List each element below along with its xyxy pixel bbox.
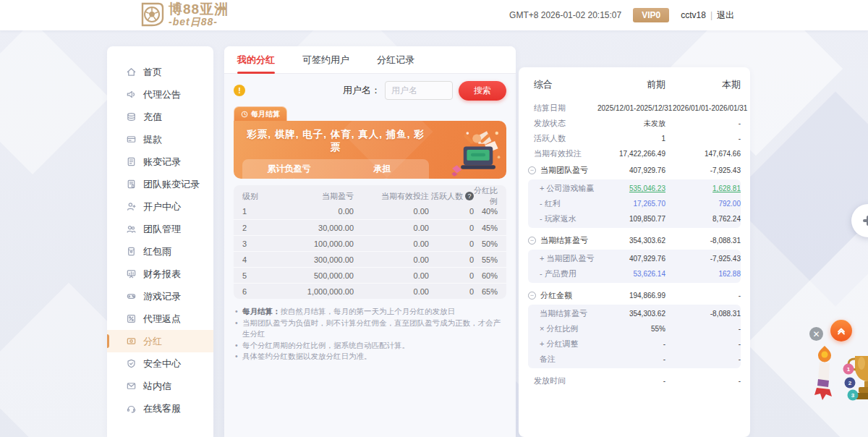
sidebar-item-withdraw[interactable]: 提款	[107, 128, 213, 150]
sidebar-item-game-records[interactable]: 游戏记录	[107, 285, 213, 307]
panel-row-label: + 当期团队盈亏	[528, 253, 597, 264]
live-support-icon	[126, 403, 137, 414]
sidebar-item-live-support[interactable]: 在线客服	[107, 397, 213, 420]
back-to-top-button[interactable]	[830, 320, 852, 341]
sidebar-item-home[interactable]: 首页	[107, 61, 213, 83]
panel-title: 综合	[528, 78, 597, 91]
panel-row-label: - 红利	[528, 198, 597, 209]
table-cell: 0.00	[273, 207, 354, 216]
collapse-icon[interactable]: −	[528, 166, 536, 174]
panel-subgroup: + 公司游戏输赢535,046.231,628.81- 红利17,265.707…	[528, 179, 741, 228]
panel-group: −当期结算盈亏354,303.62-8,088.31+ 当期团队盈亏407,92…	[528, 233, 741, 283]
table-body: 10.000.00040%230,000.000.00045%3100,000.…	[234, 203, 506, 299]
panel-cur-value[interactable]: 1,628.81	[665, 184, 741, 192]
logout-link[interactable]: 退出	[717, 9, 734, 22]
table-cell: 60%	[474, 271, 498, 280]
announcement-icon	[126, 89, 137, 100]
username[interactable]: cctv18	[681, 10, 706, 20]
sidebar-item-dividend[interactable]: 分红	[107, 330, 213, 352]
sidebar-item-inbox[interactable]: 站内信	[107, 375, 213, 397]
top-header: 博88亚洲 -bet日88- GMT+8 2026-01-02 20:15:07…	[0, 0, 868, 30]
tab-2[interactable]: 分红记录	[377, 46, 414, 74]
table-cell: 300,000.00	[273, 255, 354, 264]
panel-cur-value: -	[665, 135, 741, 143]
table-cell: 0	[429, 271, 474, 280]
search-button[interactable]: 搜索	[459, 81, 506, 101]
panel-prev-value: 1	[597, 135, 665, 143]
sidebar-item-finance-report[interactable]: 财务报表	[107, 263, 213, 285]
panel-group: −分红金额194,866.99-当期结算盈亏354,303.62-8,088.3…	[528, 288, 741, 368]
panel-group-header: −当期结算盈亏354,303.62-8,088.31	[528, 233, 741, 248]
tab-0[interactable]: 我的分红	[237, 46, 275, 74]
home-icon	[126, 67, 137, 77]
sidebar-item-label: 在线客服	[143, 402, 181, 415]
finance-report-icon	[126, 268, 137, 279]
dividend-icon	[126, 336, 137, 347]
sidebar-item-deposit[interactable]: 充值	[107, 106, 213, 128]
sidebar-item-red-packet[interactable]: 红包雨	[107, 240, 213, 263]
panel-cur-value: 8,762.24	[665, 215, 741, 223]
sidebar-item-label: 财务报表	[143, 268, 181, 281]
sidebar-item-agent-rebate[interactable]: 代理返点	[107, 307, 213, 330]
sidebar-item-label: 代理公告	[143, 88, 181, 101]
collapse-icon[interactable]: −	[528, 237, 536, 245]
banner-col2-sub: 产品费用	[336, 177, 429, 179]
monthly-settlement-banner: 每月结算 彩票, 棋牌, 电子, 体育, 真人, 捕鱼, 彩票 累计负盈亏 上期…	[234, 106, 506, 179]
celebration-illustration	[437, 124, 503, 177]
panel-row: 活跃人数1-	[528, 131, 741, 146]
table-cell: 0	[429, 287, 474, 296]
table-cell: 1	[242, 207, 273, 216]
panel-cur-value: -	[665, 325, 741, 333]
brand-logo[interactable]: 博88亚洲 -bet日88-	[140, 2, 229, 27]
panel-cur-value: 147,674.66	[665, 150, 741, 158]
panel-prev-value[interactable]: 535,046.23	[597, 184, 665, 192]
table-cell: 0.00	[354, 271, 429, 280]
sidebar-item-account-changes[interactable]: 账变记录	[107, 150, 213, 173]
panel-row: 发放状态未发放-	[528, 116, 741, 131]
deposit-icon	[126, 111, 137, 122]
vip-badge: VIP0	[633, 8, 669, 22]
help-icon[interactable]: ?	[465, 192, 474, 200]
table-cell: 50%	[474, 239, 498, 248]
table-cell: 0.00	[354, 287, 429, 296]
tab-1[interactable]: 可签约用户	[302, 46, 349, 74]
panel-cur-value: 2026/01/01-2026/01/31	[672, 104, 747, 112]
panel-subgroup: + 当期团队盈亏407,929.76-7,925.43- 产品费用53,626.…	[528, 250, 741, 283]
panel-prev-value: 55%	[597, 325, 665, 333]
sidebar-item-open-account[interactable]: 开户中心	[107, 195, 213, 218]
panel-subgroup: 当期结算盈亏354,303.62-8,088.31× 分红比例55%-+ 分红调…	[528, 305, 741, 368]
panel-row-label: 活跃人数	[528, 133, 597, 144]
sidebar-item-team-management[interactable]: 团队管理	[107, 218, 213, 240]
table-cell: 65%	[474, 287, 498, 296]
panel-row-label: + 分红调整	[528, 339, 597, 349]
collapse-icon[interactable]: −	[528, 292, 536, 300]
bg-diamond	[0, 21, 109, 174]
sidebar-item-team-changes[interactable]: 团队账变记录	[107, 173, 213, 195]
table-cell: 45%	[474, 224, 498, 232]
panel-row-label: −当期团队盈亏	[528, 165, 597, 176]
sidebar-item-label: 开户中心	[143, 200, 181, 213]
panel-col-cur: 本期	[665, 78, 741, 91]
panel-row-label: 结算日期	[528, 103, 597, 114]
table-cell: 500,000.00	[273, 271, 354, 280]
sidebar-item-label: 安全中心	[143, 357, 181, 370]
sidebar-item-security[interactable]: 安全中心	[107, 352, 213, 375]
sidebar-item-announcement[interactable]: 代理公告	[107, 83, 213, 106]
table-cell: 0	[429, 239, 474, 248]
panel-row-label: 发放时间	[528, 376, 597, 386]
rule-notes: 每月结算：按自然月结算，每月的第一天为上个月分红的发放日当期团队盈亏为负值时，则…	[234, 306, 506, 362]
table-row: 230,000.000.00045%	[234, 219, 506, 235]
table-cell: 0	[429, 255, 474, 264]
panel-prev-value: 53,626.14	[597, 270, 665, 278]
service-icon	[861, 214, 868, 227]
close-promo-button[interactable]: ✕	[809, 327, 823, 341]
table-cell: 0	[429, 207, 474, 216]
info-alert-icon[interactable]: !	[234, 85, 245, 96]
panel-cur-value: -	[665, 340, 741, 348]
panel-body: 结算日期2025/12/01-2025/12/312026/01/01-2026…	[528, 101, 741, 389]
dividend-level-table: 级别当期盈亏当期有效投注活跃人数?分红比例 10.000.00040%230,0…	[234, 185, 506, 299]
panel-row: 发放时间--	[528, 373, 741, 389]
panel-prev-value: 17,265.70	[597, 200, 665, 208]
username-search-input[interactable]	[385, 81, 453, 100]
table-header-cell: 活跃人数?	[429, 191, 474, 202]
